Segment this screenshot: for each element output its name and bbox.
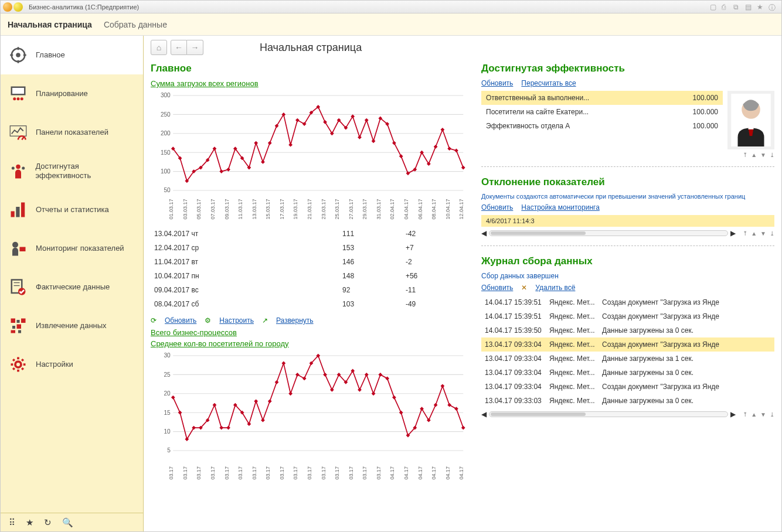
log-hscroll[interactable]: ◀ ▶ ⤒ ▲ ▼ ⤓	[481, 410, 774, 418]
sidebar-item-efficiency[interactable]: Достигнутая эффективность	[1, 152, 143, 190]
widget-log: Журнал сбора данных Сбор данных завершен…	[481, 245, 774, 418]
app-window: Бизнес-аналитика (1С:Предприятие) ▢ ⎙ ⧉ …	[0, 0, 782, 532]
pg-down-icon[interactable]: ▼	[760, 152, 766, 158]
action-expand[interactable]: Развернуть	[276, 316, 314, 325]
svg-text:29.03.17: 29.03.17	[362, 199, 368, 219]
star-icon[interactable]: ★	[757, 3, 765, 11]
action-refresh[interactable]: Обновить	[165, 316, 196, 325]
svg-rect-16	[20, 247, 26, 252]
scroll-right-icon[interactable]: ▶	[730, 229, 736, 237]
svg-text:23.03.17: 23.03.17	[321, 199, 327, 219]
pg-up-icon[interactable]: ▲	[751, 152, 757, 158]
log-row[interactable]: 13.04.17 09:33:04Яндекс. Мет...Создан до…	[481, 337, 774, 352]
pg-first-icon[interactable]: ⤒	[743, 230, 747, 237]
pg-last-icon[interactable]: ⤓	[770, 230, 774, 237]
sidebar-item-monitoring[interactable]: Мониторинг показателей	[1, 229, 143, 268]
blocks-icon	[9, 316, 28, 335]
svg-rect-25	[17, 325, 22, 329]
chart1-link[interactable]: Сумма загрузок всех регионов	[151, 79, 259, 88]
log-refresh[interactable]: Обновить	[481, 284, 513, 292]
tabbar: Начальная страница Собрать данные	[1, 13, 781, 36]
forward-button[interactable]: →	[187, 40, 203, 55]
svg-text:06.04.17: 06.04.17	[417, 199, 423, 219]
table-row: 12.04.2017 ср153+7	[152, 241, 466, 254]
svg-point-6	[21, 97, 23, 100]
eff-refresh[interactable]: Обновить	[481, 79, 513, 87]
eff-item[interactable]: Эффективность отдела А100.000	[481, 119, 723, 133]
svg-text:11.03.17: 11.03.17	[237, 199, 243, 219]
gear-small-icon: ⚙	[205, 316, 211, 325]
favorite-icon[interactable]: ★	[26, 517, 33, 528]
svg-text:20: 20	[164, 390, 171, 397]
history-icon[interactable]: ↻	[44, 517, 52, 528]
dev-setup[interactable]: Настройка мониторинга	[521, 203, 600, 212]
log-row[interactable]: 14.04.17 15:39:51Яндекс. Мет...Создан до…	[481, 309, 774, 323]
action-configure[interactable]: Настроить	[219, 316, 254, 325]
eff-recalc[interactable]: Пересчитать все	[521, 79, 576, 87]
pg-first-icon[interactable]: ⤒	[743, 411, 747, 418]
svg-text:04.17: 04.17	[458, 466, 464, 480]
dev-hscroll[interactable]: ◀ ▶ ⤒ ▲ ▼ ⤓	[481, 229, 774, 237]
pg-down-icon[interactable]: ▼	[760, 411, 766, 418]
mini-table: 13.04.2017 чт111-4212.04.2017 ср153+711.…	[151, 226, 467, 312]
eff-pager: ⤒ ▲ ▼ ⤓	[481, 152, 774, 158]
svg-rect-14	[21, 203, 25, 217]
dev-row[interactable]: 4/6/2017 11:14:3	[481, 215, 774, 227]
sidebar-item-extract[interactable]: Извлечение данных	[1, 306, 143, 345]
pg-last-icon[interactable]: ⤓	[770, 411, 774, 418]
search-icon[interactable]: 🔍	[62, 517, 73, 528]
chart2-link[interactable]: Среднее кол-во посетителей по городу	[151, 339, 289, 348]
pg-up-icon[interactable]: ▲	[751, 411, 757, 418]
log-row[interactable]: 14.04.17 15:39:51Яндекс. Мет...Создан до…	[481, 295, 774, 309]
sidebar-item-planning[interactable]: Планирование	[1, 74, 143, 113]
svg-text:03.03.17: 03.03.17	[182, 199, 188, 219]
svg-text:04.17: 04.17	[445, 466, 451, 480]
log-delete[interactable]: Удалить всё	[535, 284, 575, 292]
copy-icon[interactable]: ⧉	[733, 3, 742, 11]
pg-last-icon[interactable]: ⤓	[770, 152, 774, 158]
log-row[interactable]: 13.04.17 09:33:04Яндекс. Мет...Создан до…	[481, 380, 774, 394]
log-row[interactable]: 13.04.17 09:33:03Яндекс. Мет...Данные за…	[481, 394, 774, 408]
svg-text:09.03.17: 09.03.17	[224, 199, 230, 219]
sidebar-item-main[interactable]: Главное	[1, 36, 143, 74]
log-row[interactable]: 14.04.17 15:39:50Яндекс. Мет...Данные за…	[481, 323, 774, 337]
dev-refresh[interactable]: Обновить	[481, 203, 513, 212]
sidebar-item-facts[interactable]: Фактические данные	[1, 268, 143, 306]
pg-up-icon[interactable]: ▲	[751, 230, 757, 237]
svg-text:300: 300	[161, 92, 171, 98]
svg-rect-12	[11, 212, 15, 217]
svg-text:250: 250	[161, 111, 171, 118]
bp-link[interactable]: Всего бизнес-процессов	[151, 328, 237, 337]
sidebar-item-settings[interactable]: Настройки	[1, 345, 143, 384]
scroll-left-icon[interactable]: ◀	[481, 229, 487, 237]
calc-icon[interactable]: ▤	[745, 3, 753, 11]
table-row: 10.04.2017 пн148+56	[152, 270, 466, 282]
table-row: 11.04.2017 вт146-2	[152, 255, 466, 268]
svg-rect-23	[21, 319, 26, 323]
eff-item[interactable]: Посетители на сайте Екатери...100.000	[481, 105, 723, 119]
tab-home[interactable]: Начальная страница	[8, 18, 92, 32]
tab-collect[interactable]: Собрать данные	[104, 18, 167, 32]
log-row[interactable]: 13.04.17 09:33:04Яндекс. Мет...Данные за…	[481, 352, 774, 366]
sidebar-item-reports[interactable]: Отчеты и статистика	[1, 190, 143, 229]
scroll-left-icon[interactable]: ◀	[481, 410, 487, 418]
apps-icon[interactable]: ⠿	[9, 517, 15, 528]
print-icon[interactable]: ⎙	[722, 3, 730, 11]
info-icon[interactable]: ⓘ	[769, 3, 777, 11]
home-button[interactable]: ⌂	[151, 40, 167, 55]
svg-text:04.17: 04.17	[403, 466, 409, 480]
refresh-icon: ⟳	[151, 316, 157, 325]
document-check-icon	[9, 278, 28, 296]
save-icon[interactable]: ▢	[710, 3, 718, 11]
sidebar-item-dashboards[interactable]: Панели показателей	[1, 113, 143, 152]
tb-dropdown-icon[interactable]	[13, 2, 23, 12]
eff-item[interactable]: Ответственный за выполнени...100.000	[481, 91, 723, 105]
log-row[interactable]: 13.04.17 09:33:04Яндекс. Мет...Данные за…	[481, 366, 774, 380]
gauge-icon	[9, 123, 28, 142]
svg-text:04.04.17: 04.04.17	[403, 199, 409, 219]
scroll-right-icon[interactable]: ▶	[730, 410, 736, 418]
pg-down-icon[interactable]: ▼	[760, 230, 766, 237]
pg-first-icon[interactable]: ⤒	[743, 152, 747, 158]
delete-icon: ✕	[521, 284, 527, 292]
back-button[interactable]: ←	[171, 40, 187, 55]
